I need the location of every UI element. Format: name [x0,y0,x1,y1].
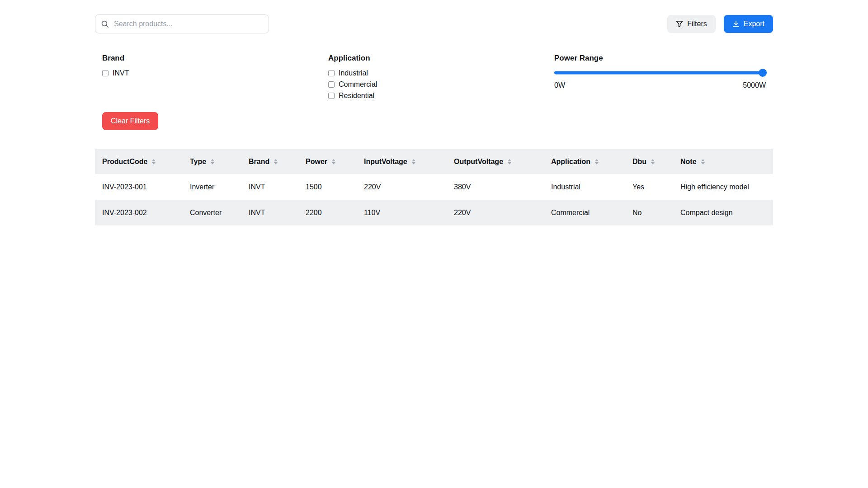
cell-application: Industrial [544,174,625,200]
cell-productcode: INV-2023-002 [95,200,183,225]
cell-brand: INVT [241,174,298,200]
column-header-application[interactable]: Application [544,149,625,174]
cell-power: 2200 [298,200,357,225]
application-option-label: Commercial [339,80,377,89]
column-header-productcode[interactable]: ProductCode [95,149,183,174]
cell-dbu: Yes [625,174,673,200]
brand-filter-title: Brand [102,53,314,63]
brand-option-invt[interactable]: INVT [102,69,314,78]
power-range-max-label: 5000W [743,81,766,89]
funnel-icon [676,20,683,28]
sort-arrows-icon [701,159,705,164]
application-filter-title: Application [328,53,540,63]
application-checkbox-residential[interactable] [328,93,335,99]
cell-application: Commercial [544,200,625,225]
cell-dbu: No [625,200,673,225]
application-option-industrial[interactable]: Industrial [328,69,540,78]
table-row: INV-2023-001 Inverter INVT 1500 220V 380… [95,174,773,200]
brand-option-label: INVT [113,69,129,77]
power-range-filter-section: Power Range 0W 5000W [547,53,773,103]
cell-brand: INVT [241,200,298,225]
column-header-label: Power [306,158,327,166]
sort-arrows-icon [595,159,599,164]
column-header-outputvoltage[interactable]: OutputVoltage [447,149,544,174]
column-header-label: Brand [249,158,269,166]
cell-power: 1500 [298,174,357,200]
sort-arrows-icon [274,159,278,164]
column-header-label: Type [190,158,206,166]
brand-checkbox-invt[interactable] [102,70,108,76]
column-header-label: Dbu [632,158,646,166]
column-header-label: OutputVoltage [454,158,503,166]
filters-button[interactable]: Filters [667,15,716,33]
cell-outputvoltage: 380V [447,174,544,200]
sort-arrows-icon [412,159,415,164]
table-header-row: ProductCode Type Brand Power InputVoltag… [95,149,773,174]
brand-filter-section: Brand INVT [95,53,321,103]
column-header-note[interactable]: Note [673,149,773,174]
products-table-wrap: ProductCode Type Brand Power InputVoltag… [95,149,773,225]
column-header-inputvoltage[interactable]: InputVoltage [357,149,447,174]
page-container: Filters Export Brand INVT Appl [95,0,773,225]
power-range-filter-title: Power Range [554,53,766,63]
column-header-label: ProductCode [102,158,147,166]
filter-panel: Brand INVT Application Industrial Commer… [95,53,773,103]
column-header-type[interactable]: Type [183,149,241,174]
application-option-commercial[interactable]: Commercial [328,80,540,89]
application-option-label: Industrial [339,69,368,77]
power-range-slider[interactable] [554,69,766,77]
cell-type: Converter [183,200,241,225]
export-button-label: Export [744,20,764,28]
search-icon [101,20,109,28]
cell-inputvoltage: 110V [357,200,447,225]
cell-productcode: INV-2023-001 [95,174,183,200]
power-range-slider-track[interactable] [554,71,766,75]
table-row: INV-2023-002 Converter INVT 2200 110V 22… [95,200,773,225]
power-range-labels: 0W 5000W [554,81,766,89]
column-header-label: Note [680,158,697,166]
column-header-dbu[interactable]: Dbu [625,149,673,174]
application-filter-section: Application Industrial Commercial Reside… [321,53,547,103]
application-option-residential[interactable]: Residential [328,91,540,100]
application-option-label: Residential [339,92,374,100]
top-toolbar: Filters Export [95,14,773,33]
cell-note: Compact design [673,200,773,225]
products-table: ProductCode Type Brand Power InputVoltag… [95,149,773,225]
cell-outputvoltage: 220V [447,200,544,225]
download-icon [732,20,740,28]
column-header-power[interactable]: Power [298,149,357,174]
search-box[interactable] [95,14,269,33]
sort-arrows-icon [508,159,511,164]
search-input[interactable] [113,19,263,28]
column-header-label: InputVoltage [364,158,407,166]
power-range-slider-thumb[interactable] [759,69,767,77]
export-button[interactable]: Export [724,15,773,33]
column-header-label: Application [551,158,590,166]
cell-inputvoltage: 220V [357,174,447,200]
application-checkbox-industrial[interactable] [328,70,335,76]
toolbar-buttons: Filters Export [667,15,773,33]
cell-type: Inverter [183,174,241,200]
sort-arrows-icon [651,159,655,164]
sort-arrows-icon [332,159,335,164]
cell-note: High efficiency model [673,174,773,200]
sort-arrows-icon [211,159,214,164]
column-header-brand[interactable]: Brand [241,149,298,174]
sort-arrows-icon [152,159,156,164]
application-checkbox-commercial[interactable] [328,81,335,88]
clear-filters-button[interactable]: Clear Filters [102,112,158,130]
filters-button-label: Filters [687,20,707,28]
power-range-min-label: 0W [554,81,565,89]
